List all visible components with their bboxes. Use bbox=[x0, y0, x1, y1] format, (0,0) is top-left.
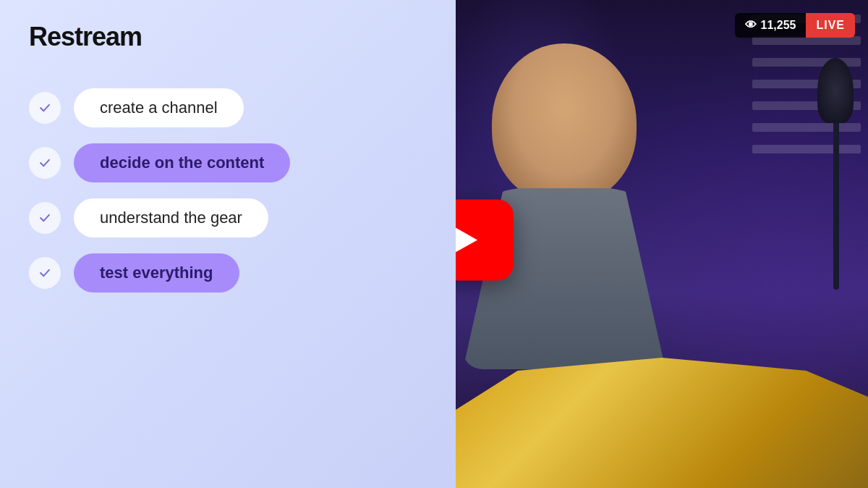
left-panel: Restream create a channel decide on the … bbox=[0, 0, 456, 488]
checkmark-icon bbox=[38, 211, 52, 225]
live-bar: 👁 11,255 LIVE bbox=[735, 13, 856, 38]
list-item: create a channel bbox=[29, 88, 427, 127]
item-label-3: understand the gear bbox=[74, 198, 268, 237]
check-circle-1 bbox=[29, 92, 61, 124]
viewer-count-display: 👁 11,255 bbox=[735, 13, 807, 38]
video-background: 👁 11,255 LIVE bbox=[456, 0, 868, 488]
list-item: decide on the content bbox=[29, 143, 427, 182]
check-circle-4 bbox=[29, 257, 61, 289]
check-circle-2 bbox=[29, 147, 61, 179]
viewer-count-value: 11,255 bbox=[761, 19, 796, 32]
youtube-play-button[interactable] bbox=[456, 199, 514, 280]
item-label-4: test everything bbox=[74, 253, 239, 293]
checkmark-icon bbox=[38, 266, 52, 280]
check-circle-3 bbox=[29, 202, 61, 234]
item-label-2: decide on the content bbox=[74, 143, 290, 182]
shelf-row bbox=[752, 123, 861, 132]
mic-head bbox=[817, 58, 854, 123]
shelf-row bbox=[752, 145, 861, 153]
person-face bbox=[492, 43, 637, 203]
checkmark-icon bbox=[38, 156, 52, 170]
checkmark-icon bbox=[38, 101, 52, 115]
video-panel: 👁 11,255 LIVE bbox=[456, 0, 868, 488]
list-item: understand the gear bbox=[29, 198, 427, 237]
item-label-1: create a channel bbox=[74, 88, 244, 127]
checklist: create a channel decide on the content u… bbox=[29, 88, 427, 293]
eye-icon: 👁 bbox=[745, 19, 757, 32]
guitar-body bbox=[456, 358, 868, 488]
live-badge: LIVE bbox=[806, 13, 855, 38]
list-item: test everything bbox=[29, 253, 427, 293]
brand-logo: Restream bbox=[29, 22, 427, 52]
youtube-play-wrapper[interactable] bbox=[456, 199, 514, 280]
